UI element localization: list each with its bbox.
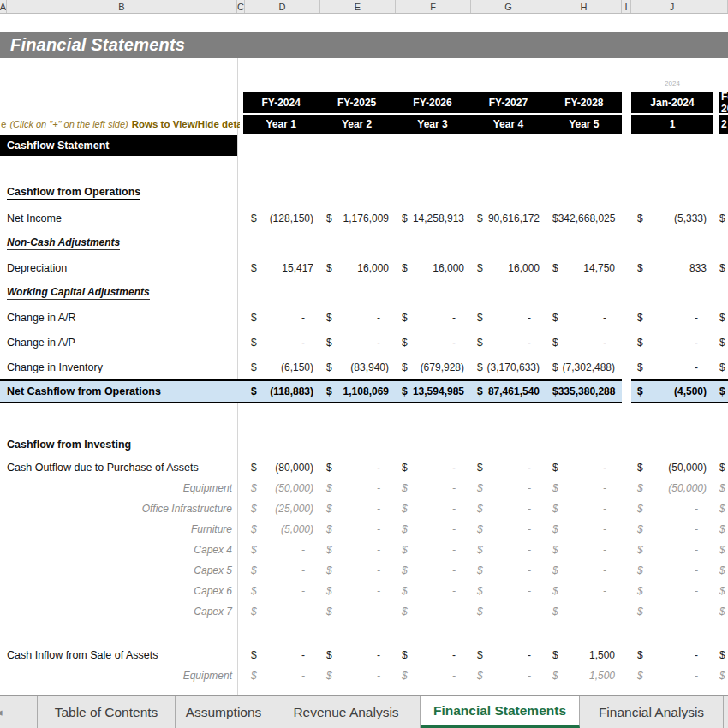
value-cell[interactable]: $- <box>631 585 713 597</box>
tab-financial-analysis[interactable]: Financial Analysis <box>580 696 724 728</box>
value-cell[interactable]: $- <box>245 693 320 696</box>
tab-assumptions[interactable]: Assumptions <box>176 696 272 728</box>
value-cell[interactable]: $(83,940) <box>320 361 396 373</box>
value-cell[interactable]: $- <box>471 482 546 494</box>
sheet-nav-button[interactable]: ◂ <box>0 696 38 728</box>
value-cell[interactable]: $- <box>546 544 622 556</box>
clipped-value-cell[interactable]: $ <box>713 361 728 373</box>
month-number-cell[interactable]: 1 <box>631 115 713 134</box>
value-cell[interactable]: $- <box>320 670 396 682</box>
value-cell[interactable]: $(6,150) <box>245 361 320 373</box>
month-header-cell[interactable]: Jan-2024 <box>631 92 713 113</box>
value-cell[interactable]: $- <box>396 482 471 494</box>
value-cell[interactable]: $- <box>320 312 396 324</box>
value-cell[interactable]: $- <box>320 606 396 618</box>
value-cell[interactable]: $(50,000) <box>631 482 713 494</box>
value-cell[interactable]: $1,500 <box>546 670 622 682</box>
tab-financial-statements[interactable]: Financial Statements <box>421 696 580 728</box>
value-cell[interactable]: $335,380,288 <box>546 385 622 397</box>
row-label[interactable]: Capex 7 <box>0 606 237 618</box>
row-label[interactable]: Capex 4 <box>0 544 237 556</box>
row-label[interactable]: Cash Inflow from Sale of Assets <box>0 649 237 661</box>
value-cell[interactable]: $- <box>471 523 546 535</box>
column-header-I[interactable]: I <box>622 0 631 13</box>
value-cell[interactable]: $(679,928) <box>396 361 471 373</box>
value-cell[interactable]: $1,108,069 <box>320 385 396 397</box>
row-label[interactable]: Change in A/P <box>0 337 237 349</box>
clipped-value-cell[interactable]: $ <box>713 649 728 661</box>
year-label-header-cell[interactable]: Year 2 <box>319 115 394 134</box>
year-label-header-cell[interactable]: Year 4 <box>470 115 546 134</box>
tab-table-of-contents[interactable]: Table of Contents <box>38 696 176 728</box>
value-cell[interactable]: $- <box>320 503 396 515</box>
value-cell[interactable]: $- <box>631 693 713 696</box>
row-label[interactable]: Non-Cash Adjustments <box>0 236 237 250</box>
clipped-value-cell[interactable]: $ <box>713 564 728 576</box>
value-cell[interactable]: $- <box>471 544 546 556</box>
value-cell[interactable]: $1,176,009 <box>320 212 396 224</box>
value-cell[interactable]: $- <box>631 606 713 618</box>
value-cell[interactable]: $- <box>546 693 622 696</box>
value-cell[interactable]: $- <box>471 564 546 576</box>
value-cell[interactable]: $(3,170,633) <box>471 361 546 373</box>
year-label-header-cell[interactable]: Year 1 <box>243 115 319 134</box>
value-cell[interactable]: $- <box>471 462 546 474</box>
clipped-value-cell[interactable]: $ <box>713 337 728 349</box>
value-cell[interactable]: $- <box>546 462 622 474</box>
row-label[interactable]: Depreciation <box>0 262 237 274</box>
value-cell[interactable]: $16,000 <box>320 262 396 274</box>
value-cell[interactable]: $- <box>471 312 546 324</box>
clipped-value-cell[interactable]: $ <box>713 606 728 618</box>
value-cell[interactable]: $(128,150) <box>245 212 320 224</box>
value-cell[interactable]: $- <box>396 564 471 576</box>
value-cell[interactable]: $(5,333) <box>631 212 713 224</box>
fiscal-year-header-cell[interactable]: FY-2026 <box>395 92 470 113</box>
value-cell[interactable]: $16,000 <box>471 262 546 274</box>
clipped-value-cell[interactable]: $ <box>713 503 728 515</box>
value-cell[interactable]: $- <box>396 649 471 661</box>
value-cell[interactable]: $14,750 <box>546 262 622 274</box>
fiscal-year-header-cell[interactable]: FY-2025 <box>319 92 394 113</box>
clipped-value-cell[interactable]: $ <box>713 670 728 682</box>
value-cell[interactable]: $342,668,025 <box>546 212 622 224</box>
value-cell[interactable]: $- <box>320 585 396 597</box>
value-cell[interactable]: $(50,000) <box>245 482 320 494</box>
value-cell[interactable]: $- <box>546 523 622 535</box>
value-cell[interactable]: $- <box>245 606 320 618</box>
row-label[interactable]: Equipment <box>0 482 237 494</box>
value-cell[interactable]: $- <box>631 312 713 324</box>
clipped-value-cell[interactable]: $ <box>713 212 728 224</box>
value-cell[interactable]: $87,461,540 <box>471 385 546 397</box>
value-cell[interactable]: $- <box>631 361 713 373</box>
clipped-value-cell[interactable]: $ <box>713 693 728 696</box>
column-header-A[interactable]: A <box>0 0 7 13</box>
value-cell[interactable]: $- <box>471 670 546 682</box>
value-cell[interactable]: $- <box>396 312 471 324</box>
row-label[interactable]: Change in Inventory <box>0 361 237 373</box>
row-label[interactable]: Cashflow from Investing <box>0 439 237 451</box>
value-cell[interactable]: $- <box>320 564 396 576</box>
value-cell[interactable]: $- <box>631 544 713 556</box>
row-label[interactable] <box>0 693 237 696</box>
value-cell[interactable]: $- <box>320 523 396 535</box>
value-cell[interactable]: $- <box>396 585 471 597</box>
row-label[interactable]: Net Income <box>0 212 237 224</box>
column-header-G[interactable]: G <box>471 0 546 13</box>
value-cell[interactable]: $- <box>471 337 546 349</box>
value-cell[interactable]: $- <box>631 564 713 576</box>
value-cell[interactable]: $(25,000) <box>245 503 320 515</box>
value-cell[interactable]: $14,258,913 <box>396 212 471 224</box>
value-cell[interactable]: $833 <box>631 262 713 274</box>
row-label[interactable]: Equipment <box>0 670 237 682</box>
row-label[interactable]: Capex 6 <box>0 585 237 597</box>
value-cell[interactable]: $- <box>396 693 471 696</box>
clipped-value-cell[interactable]: $ <box>713 385 728 397</box>
clipped-value-cell[interactable]: $ <box>713 523 728 535</box>
value-cell[interactable]: $- <box>245 337 320 349</box>
tab-revenue-analysis[interactable]: Revenue Analysis <box>272 696 421 728</box>
row-label[interactable]: Furniture <box>0 523 237 535</box>
value-cell[interactable]: $- <box>320 482 396 494</box>
value-cell[interactable]: $- <box>471 585 546 597</box>
value-cell[interactable]: $13,594,985 <box>396 385 471 397</box>
column-header-E[interactable]: E <box>320 0 396 13</box>
